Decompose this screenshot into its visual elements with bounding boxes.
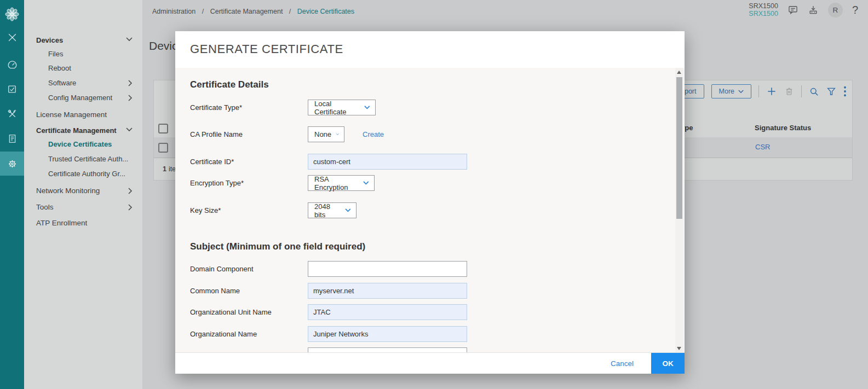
- kebab-menu-icon[interactable]: [843, 86, 847, 97]
- column-header-signature-status[interactable]: Signature Status: [755, 124, 811, 132]
- scrollbar-thumb[interactable]: [676, 77, 682, 219]
- ok-button[interactable]: OK: [651, 353, 685, 374]
- feedback-icon[interactable]: [787, 4, 798, 15]
- device-cluster-name[interactable]: SRX1500: [749, 10, 778, 18]
- select-all-checkbox[interactable]: [158, 124, 168, 133]
- dialog-body: Certificate Details Certificate Type* Lo…: [175, 68, 685, 353]
- certificate-id-input[interactable]: [308, 154, 467, 170]
- breadcrumb-separator: /: [289, 8, 291, 15]
- side-navigation: Devices Files Reboot Software Config Man…: [24, 0, 142, 389]
- chevron-down-icon: [363, 181, 369, 185]
- dialog-footer: Cancel OK: [175, 352, 685, 374]
- key-size-label: Key Size*: [190, 202, 221, 218]
- settings-gear-icon[interactable]: [0, 152, 24, 176]
- grid-toolbar: Export More: [669, 84, 847, 98]
- more-button[interactable]: More: [711, 84, 751, 98]
- sidebar-item-certificate-management[interactable]: Certificate Management: [24, 126, 142, 135]
- chevron-right-icon: [128, 95, 133, 101]
- sidebar-item-software[interactable]: Software: [24, 79, 142, 87]
- breadcrumb-administration[interactable]: Administration: [152, 8, 196, 15]
- certificate-id-label: Certificate ID*: [190, 154, 234, 170]
- sidebar-item-network-monitoring[interactable]: Network Monitoring: [24, 187, 142, 195]
- chevron-down-icon: [738, 90, 744, 94]
- breadcrumb: Administration / Certificate Management …: [152, 8, 354, 15]
- chevron-down-icon: [336, 132, 339, 136]
- signature-status-link[interactable]: CSR: [755, 143, 770, 151]
- user-avatar[interactable]: R: [828, 3, 843, 18]
- organizational-name-label: Organizational Name: [190, 326, 257, 342]
- key-size-dropdown[interactable]: 2048 bits: [308, 202, 357, 218]
- generate-certificate-dialog: GENERATE CERTIFICATE Certificate Details…: [175, 31, 685, 374]
- chevron-right-icon: [128, 204, 133, 211]
- icon-rail: [0, 0, 24, 389]
- header-actions: SRX1500 SRX1500 R ?: [749, 2, 858, 18]
- encryption-type-dropdown[interactable]: RSA Encryption: [308, 175, 375, 191]
- toolbar-divider: [758, 85, 759, 97]
- certificate-type-dropdown[interactable]: Local Certificate: [308, 100, 376, 115]
- organizational-unit-name-input[interactable]: [308, 304, 467, 320]
- sidebar-item-files[interactable]: Files: [24, 50, 142, 58]
- create-ca-profile-link[interactable]: Create: [363, 126, 384, 142]
- certificate-type-label: Certificate Type*: [190, 100, 242, 115]
- sidebar-item-atp-enrollment[interactable]: ATP Enrollment: [24, 219, 142, 227]
- dialog-scrollbar[interactable]: [675, 68, 683, 353]
- cancel-button[interactable]: Cancel: [611, 359, 634, 368]
- chevron-right-icon: [128, 80, 133, 86]
- sidebar-item-tools[interactable]: Tools: [24, 203, 142, 211]
- dialog-header: GENERATE CERTIFICATE: [175, 31, 685, 68]
- search-icon[interactable]: [809, 86, 819, 97]
- help-icon[interactable]: ?: [852, 4, 858, 16]
- dashboard-icon[interactable]: [0, 53, 24, 77]
- common-name-label: Common Name: [190, 283, 240, 299]
- domain-component-label: Domain Component: [190, 261, 254, 277]
- juniper-logo-icon[interactable]: [0, 2, 24, 26]
- breadcrumb-certificate-management[interactable]: Certificate Management: [210, 8, 283, 15]
- delete-trash-icon[interactable]: [784, 86, 794, 96]
- sidebar-item-device-certificates[interactable]: Device Certificates: [24, 140, 142, 148]
- close-icon[interactable]: [0, 25, 24, 49]
- ca-profile-name-dropdown[interactable]: None: [308, 126, 344, 142]
- sidebar-item-devices[interactable]: Devices: [24, 36, 142, 44]
- sidebar-item-reboot[interactable]: Reboot: [24, 64, 142, 72]
- sidebar-item-trusted-certificate-authorities[interactable]: Trusted Certificate Auth...: [24, 155, 142, 163]
- domain-component-input[interactable]: [308, 261, 467, 277]
- sidebar-item-license-management[interactable]: License Management: [24, 111, 142, 119]
- filter-icon[interactable]: [826, 86, 836, 96]
- chevron-down-icon: [126, 127, 133, 132]
- encryption-type-label: Encryption Type*: [190, 175, 244, 191]
- certificate-details-heading: Certificate Details: [190, 79, 269, 90]
- add-icon[interactable]: [766, 86, 777, 97]
- chevron-down-icon: [364, 106, 370, 109]
- sidebar-item-config-management[interactable]: Config Management: [24, 94, 142, 102]
- item-count: 1: [163, 165, 166, 173]
- device-identifier: SRX1500 SRX1500: [749, 2, 778, 18]
- monitoring-icon[interactable]: [0, 77, 24, 101]
- dialog-title: GENERATE CERTIFICATE: [190, 42, 343, 56]
- chevron-right-icon: [128, 188, 133, 194]
- scroll-up-arrow-icon[interactable]: [677, 71, 681, 74]
- device-model: SRX1500: [749, 2, 778, 10]
- organizational-unit-name-label: Organizational Unit Name: [190, 304, 272, 320]
- download-icon[interactable]: [808, 4, 819, 15]
- sidebar-item-certificate-authority-groups[interactable]: Certificate Authority Gr...: [24, 170, 142, 178]
- ca-profile-name-label: CA Profile Name: [190, 126, 243, 142]
- common-name-input[interactable]: [308, 283, 467, 299]
- tools-icon[interactable]: [0, 102, 24, 126]
- breadcrumb-separator: /: [202, 8, 204, 15]
- reports-icon[interactable]: [0, 126, 24, 150]
- scroll-down-arrow-icon[interactable]: [677, 347, 681, 350]
- breadcrumb-device-certificates: Device Certificates: [297, 8, 354, 15]
- toolbar-divider: [801, 85, 802, 97]
- organizational-name-input[interactable]: [308, 326, 467, 342]
- subject-heading: Subject (Minimum of one field required): [190, 241, 365, 252]
- row-checkbox[interactable]: [158, 143, 168, 153]
- chevron-down-icon: [126, 37, 133, 42]
- chevron-down-icon: [345, 208, 351, 212]
